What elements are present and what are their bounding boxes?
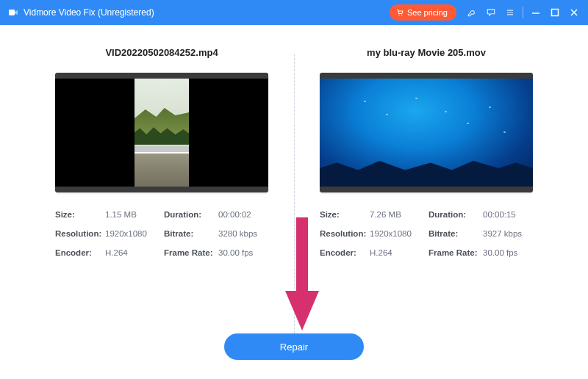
bitrate-label: Bitrate: bbox=[164, 229, 218, 238]
app-title: Vidmore Video Fix (Unregistered) bbox=[24, 7, 154, 18]
feedback-icon[interactable] bbox=[481, 3, 501, 22]
footer: Repair bbox=[0, 333, 588, 379]
video-fix-icon bbox=[7, 7, 19, 18]
bitrate-label: Bitrate: bbox=[429, 229, 483, 238]
repair-button[interactable]: Repair bbox=[224, 333, 364, 360]
svg-rect-3 bbox=[552, 10, 559, 16]
source-meta: Size: 1.15 MB Duration: 00:00:02 Resolut… bbox=[55, 210, 268, 257]
svg-point-1 bbox=[398, 15, 400, 16]
svg-rect-0 bbox=[9, 10, 15, 15]
sample-filename: my blu-ray Movie 205.mov bbox=[367, 47, 486, 58]
see-pricing-button[interactable]: See pricing bbox=[390, 4, 456, 21]
encoder-label: Encoder: bbox=[320, 248, 370, 257]
size-label: Size: bbox=[320, 210, 370, 219]
duration-value: 00:00:02 bbox=[218, 210, 268, 219]
source-pane: VID20220502084252.mp4 Size: 1.15 MB Dura… bbox=[29, 47, 294, 333]
resolution-value: 1920x1080 bbox=[370, 229, 429, 238]
titlebar: Vidmore Video Fix (Unregistered) See pri… bbox=[0, 0, 588, 25]
encoder-label: Encoder: bbox=[55, 248, 105, 257]
maximize-button[interactable] bbox=[545, 3, 564, 22]
cart-icon bbox=[395, 8, 404, 17]
key-icon[interactable] bbox=[462, 3, 481, 22]
resolution-value: 1920x1080 bbox=[105, 229, 164, 238]
resolution-label: Resolution: bbox=[320, 229, 370, 238]
source-filename: VID20220502084252.mp4 bbox=[105, 47, 218, 58]
app-logo: Vidmore Video Fix (Unregistered) bbox=[7, 7, 154, 18]
svg-point-2 bbox=[401, 15, 403, 16]
size-label: Size: bbox=[55, 210, 105, 219]
source-thumbnail bbox=[55, 73, 268, 192]
bitrate-value: 3280 kbps bbox=[218, 229, 268, 238]
main-content: VID20220502084252.mp4 Size: 1.15 MB Dura… bbox=[0, 25, 588, 333]
size-value: 7.26 MB bbox=[370, 210, 429, 219]
framerate-value: 30.00 fps bbox=[483, 248, 533, 257]
framerate-label: Frame Rate: bbox=[164, 248, 218, 257]
size-value: 1.15 MB bbox=[105, 210, 164, 219]
see-pricing-label: See pricing bbox=[407, 8, 448, 17]
sample-pane: my blu-ray Movie 205.mov Size: 7.26 MB D… bbox=[294, 47, 559, 333]
repair-button-label: Repair bbox=[280, 342, 308, 353]
encoder-value: H.264 bbox=[370, 248, 429, 257]
menu-icon[interactable] bbox=[501, 3, 520, 22]
titlebar-divider bbox=[523, 7, 523, 18]
duration-label: Duration: bbox=[429, 210, 483, 219]
framerate-value: 30.00 fps bbox=[218, 248, 268, 257]
minimize-button[interactable] bbox=[526, 3, 545, 22]
framerate-label: Frame Rate: bbox=[429, 248, 483, 257]
vertical-divider bbox=[294, 54, 295, 333]
resolution-label: Resolution: bbox=[55, 229, 105, 238]
duration-label: Duration: bbox=[164, 210, 218, 219]
duration-value: 00:00:15 bbox=[483, 210, 533, 219]
bitrate-value: 3927 kbps bbox=[483, 229, 533, 238]
encoder-value: H.264 bbox=[105, 248, 164, 257]
sample-thumbnail bbox=[320, 73, 533, 192]
close-button[interactable] bbox=[564, 3, 584, 22]
sample-meta: Size: 7.26 MB Duration: 00:00:15 Resolut… bbox=[320, 210, 533, 257]
